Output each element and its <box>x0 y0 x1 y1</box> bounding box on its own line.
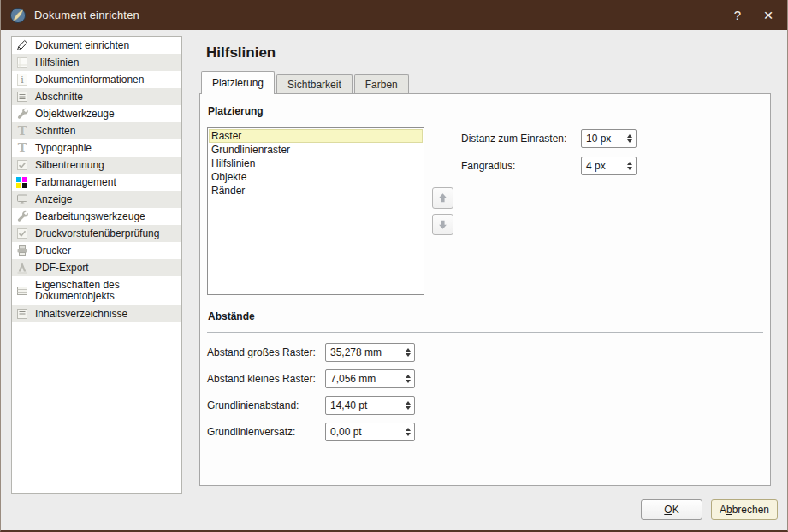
spinner-controls <box>401 344 414 361</box>
spin-down-button[interactable] <box>627 139 632 143</box>
spin-up-button[interactable] <box>406 428 411 431</box>
list-item-raster[interactable]: Raster <box>209 129 423 143</box>
sidebar-item-druckvorstufenueberpruefung[interactable]: Druckvorstufenüberprüfung <box>12 225 181 242</box>
close-icon[interactable]: × <box>753 0 784 30</box>
sidebar-item-eigenschaften-dokumentobjekt[interactable]: Eigenschaften des Dokumentobjekts <box>12 276 181 305</box>
sidebar-item-silbentrennung[interactable]: Silbentrennung <box>12 157 181 174</box>
major-grid-spacing-spinbox[interactable]: 35,278 mm <box>325 343 415 362</box>
baseline-spacing-value: 14,40 pt <box>326 397 401 414</box>
sidebar-item-hilfslinien[interactable]: Hilfslinien <box>12 54 181 71</box>
sidebar-item-schriften[interactable]: T Schriften <box>12 122 181 139</box>
snap-distance-spinbox[interactable]: 10 px <box>581 129 637 148</box>
pdf-icon <box>15 261 29 275</box>
sidebar-item-label: Silbentrennung <box>35 159 104 171</box>
spin-up-button[interactable] <box>406 401 411 405</box>
list-item-grundlinienraster[interactable]: Grundlinienraster <box>209 143 423 157</box>
tab-farben[interactable]: Farben <box>354 74 409 93</box>
sidebar-item-label: Farbmanagement <box>35 176 116 188</box>
spinner-controls <box>401 423 414 440</box>
sidebar-item-label: Dokumentinformationen <box>35 74 144 86</box>
spinner-controls <box>623 130 636 147</box>
cmyk-icon <box>15 175 29 189</box>
spacing-group-divider <box>207 332 763 333</box>
tab-sichtbarkeit[interactable]: Sichtbarkeit <box>276 74 353 93</box>
list-item-objekte[interactable]: Objekte <box>209 170 423 184</box>
cancel-accel: b <box>726 504 732 516</box>
sidebar-item-typographie[interactable]: T Typographie <box>12 139 181 157</box>
svg-text:T: T <box>18 141 27 155</box>
spinner-controls <box>401 397 414 414</box>
cancel-pre: A <box>720 504 726 516</box>
list-icon <box>15 307 29 321</box>
spinner-controls <box>623 157 636 174</box>
baseline-spacing-spinbox[interactable]: 14,40 pt <box>325 396 415 415</box>
sidebar-item-drucker[interactable]: Drucker <box>12 242 181 259</box>
page-title: Hilfslinien <box>206 44 276 62</box>
cancel-button[interactable]: Abbrechen <box>711 499 778 520</box>
move-up-button[interactable] <box>432 187 453 209</box>
grab-radius-value: 4 px <box>582 157 623 174</box>
spin-up-button[interactable] <box>406 348 411 352</box>
help-button[interactable]: ? <box>722 0 753 30</box>
sidebar-item-farbmanagement[interactable]: Farbmanagement <box>12 174 181 191</box>
window-title: Dokument einrichten <box>34 9 139 21</box>
spin-down-button[interactable] <box>406 353 411 357</box>
scribus-app-icon <box>9 7 27 24</box>
list-item-hilfslinien[interactable]: Hilfslinien <box>209 157 423 170</box>
sidebar-item-anzeige[interactable]: Anzeige <box>12 191 181 208</box>
sidebar-item-objektwerkzeuge[interactable]: Objektwerkzeuge <box>12 105 181 122</box>
baseline-offset-spinbox[interactable]: 0,00 pt <box>325 423 415 441</box>
minor-grid-spacing-value: 7,056 mm <box>326 370 401 387</box>
ok-rest: K <box>672 504 679 516</box>
placement-group-title: Platzierung <box>208 105 264 117</box>
snap-target-list[interactable]: Raster Grundlinienraster Hilfslinien Obj… <box>207 127 424 295</box>
sidebar-item-label: Inhaltsverzeichnisse <box>35 308 127 320</box>
sidebar-item-label: PDF-Export <box>35 262 89 274</box>
spin-up-button[interactable] <box>627 162 632 165</box>
placement-tab-pane: Platzierung Raster Grundlinienraster Hil… <box>199 93 771 486</box>
sidebar-item-pdf-export[interactable]: PDF-Export <box>12 259 181 276</box>
list-item-raender[interactable]: Ränder <box>209 184 423 198</box>
frame-icon <box>15 56 29 69</box>
sidebar-item-label: Druckvorstufenüberprüfung <box>35 228 159 239</box>
spin-down-button[interactable] <box>406 406 411 410</box>
sidebar-item-dokumentinformationen[interactable]: i Dokumentinformationen <box>12 71 181 88</box>
sidebar-item-dokument-einrichten[interactable]: Dokument einrichten <box>12 37 181 54</box>
sidebar-item-inhaltsverzeichnisse[interactable]: Inhaltsverzeichnisse <box>12 305 181 322</box>
check-icon <box>15 227 29 240</box>
font-icon: T <box>15 124 29 138</box>
minor-grid-spacing-label: Abstand kleines Raster: <box>207 369 316 388</box>
snap-distance-label: Distanz zum Einrasten: <box>461 129 566 148</box>
placement-group-divider <box>207 121 763 121</box>
ok-button[interactable]: OK <box>641 499 702 520</box>
spin-down-button[interactable] <box>406 433 411 436</box>
minor-grid-spacing-spinbox[interactable]: 7,056 mm <box>325 369 415 388</box>
move-down-button[interactable] <box>432 214 453 235</box>
sidebar-item-label: Eigenschaften des Dokumentobjekts <box>35 276 180 305</box>
list-icon <box>15 90 29 103</box>
wrench-icon <box>15 107 29 121</box>
monitor-icon <box>15 192 29 206</box>
baseline-offset-value: 0,00 pt <box>326 423 401 440</box>
sidebar-item-label: Drucker <box>35 245 71 257</box>
sidebar-item-label: Schriften <box>35 125 75 137</box>
sidebar-item-label: Dokument einrichten <box>35 39 129 51</box>
sidebar-item-label: Hilfslinien <box>35 56 79 68</box>
spinner-controls <box>401 370 414 387</box>
check-icon <box>15 158 29 172</box>
wrench-icon <box>15 210 29 223</box>
tab-platzierung[interactable]: Platzierung <box>201 71 275 94</box>
grab-radius-spinbox[interactable]: 4 px <box>581 157 637 175</box>
sidebar-item-label: Bearbeitungswerkzeuge <box>35 210 145 222</box>
major-grid-spacing-value: 35,278 mm <box>326 344 401 361</box>
svg-text:i: i <box>21 74 24 86</box>
spin-down-button[interactable] <box>406 380 411 383</box>
sidebar-item-abschnitte[interactable]: Abschnitte <box>12 88 181 105</box>
baseline-offset-label: Grundlinienversatz: <box>207 423 295 441</box>
spin-up-button[interactable] <box>627 134 632 138</box>
spin-up-button[interactable] <box>406 375 411 378</box>
spin-down-button[interactable] <box>627 167 632 170</box>
sidebar-item-bearbeitungswerkzeuge[interactable]: Bearbeitungswerkzeuge <box>12 208 181 225</box>
titlebar[interactable]: Dokument einrichten ? × <box>1 0 787 30</box>
sidebar-item-label: Objektwerkzeuge <box>35 108 115 120</box>
